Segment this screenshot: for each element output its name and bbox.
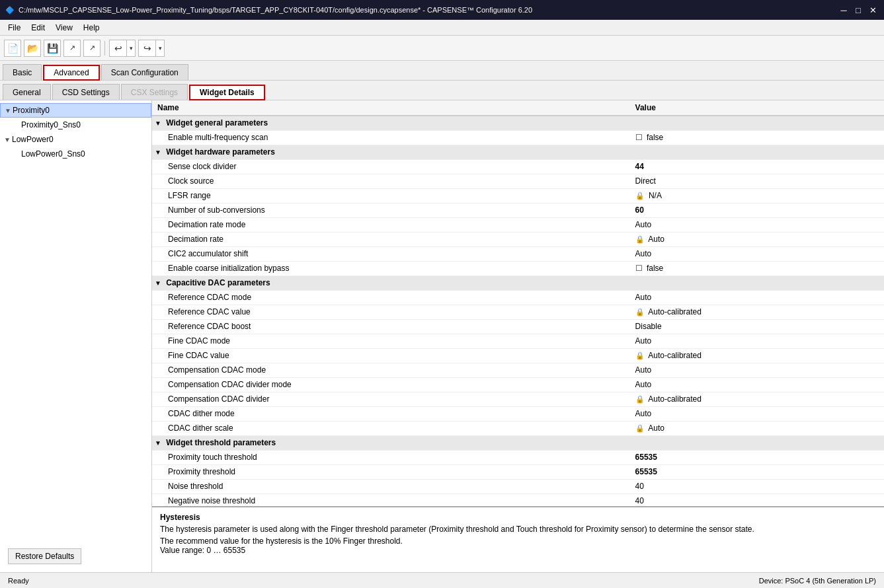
export2-button[interactable]: ↗: [83, 40, 100, 57]
value-enable-multi-frequency[interactable]: ☐ false: [630, 130, 884, 145]
tree-label-lowpower0-sns0: LowPower0_Sns0: [21, 149, 149, 159]
title-bar-left: 🔷 C:/mtw/MSCLP_CAPSENSE_Low-Power_Proxim…: [5, 6, 532, 15]
row-lfsr-range: LFSR range 🔒 N/A: [152, 188, 884, 203]
row-ref-cdac-mode: Reference CDAC mode Auto: [152, 290, 884, 305]
value-comp-cdac-mode[interactable]: Auto: [630, 363, 884, 377]
section-arrow-general[interactable]: ▼: [155, 120, 161, 127]
section-arrow-threshold[interactable]: ▼: [155, 439, 161, 447]
name-cdac-dither-scale: CDAC dither scale: [152, 421, 630, 435]
section-widget-hardware-title: ▼ Widget hardware parameters: [152, 145, 884, 159]
name-ref-cdac-boost: Reference CDAC boost: [152, 319, 630, 334]
checkbox-icon-mf[interactable]: ☐: [635, 133, 643, 142]
lock-icon-decimation: 🔒: [635, 235, 645, 243]
section-widget-general: ▼ Widget general parameters: [152, 116, 884, 130]
tab-advanced[interactable]: Advanced: [43, 65, 99, 81]
close-button[interactable]: ✕: [867, 4, 879, 16]
menu-view[interactable]: View: [50, 22, 78, 34]
section-cdac-title: ▼ Capacitive DAC parameters: [152, 276, 884, 290]
value-sense-clock-divider[interactable]: 44: [630, 159, 884, 174]
row-noise-threshold: Noise threshold 40: [152, 479, 884, 494]
maximize-button[interactable]: □: [852, 4, 864, 16]
save-button[interactable]: 💾: [44, 40, 61, 57]
row-enable-coarse-init: Enable coarse initialization bypass ☐ fa…: [152, 261, 884, 276]
restore-defaults-button[interactable]: Restore Defaults: [8, 548, 81, 564]
name-ref-cdac-value: Reference CDAC value: [152, 305, 630, 319]
menu-help[interactable]: Help: [78, 22, 105, 34]
row-comp-cdac-div-mode: Compensation CDAC divider mode Auto: [152, 377, 884, 392]
open-button[interactable]: 📂: [24, 40, 41, 57]
value-prox-threshold[interactable]: 65535: [630, 464, 884, 479]
minimize-button[interactable]: ─: [838, 4, 850, 16]
title-bar-controls: ─ □ ✕: [838, 4, 879, 16]
section-arrow-cdac[interactable]: ▼: [155, 279, 161, 287]
value-prox-touch-threshold[interactable]: 65535: [630, 450, 884, 464]
value-noise-threshold[interactable]: 40: [630, 479, 884, 494]
checkbox-icon-coarse[interactable]: ☐: [635, 264, 643, 273]
value-cdac-dither-mode[interactable]: Auto: [630, 406, 884, 421]
tab-basic[interactable]: Basic: [3, 64, 42, 80]
properties-table: Name Value ▼ Widget general parameters E…: [152, 100, 884, 506]
menu-edit[interactable]: Edit: [26, 22, 50, 34]
section-arrow-hardware[interactable]: ▼: [155, 149, 161, 156]
menu-bar: File Edit View Help: [0, 20, 884, 36]
tab-scan-configuration[interactable]: Scan Configuration: [101, 64, 188, 80]
value-comp-cdac-div-mode[interactable]: Auto: [630, 377, 884, 392]
tree-arrow-proximity0[interactable]: ▼: [3, 107, 13, 114]
lock-icon-ref-cdac: 🔒: [635, 308, 645, 316]
row-comp-cdac-mode: Compensation CDAC mode Auto: [152, 363, 884, 377]
value-clock-source[interactable]: Direct: [630, 174, 884, 188]
new-button[interactable]: 📄: [4, 40, 21, 57]
value-lfsr-range: 🔒 N/A: [630, 188, 884, 203]
tree-item-proximity0[interactable]: ▼ Proximity0: [0, 103, 151, 118]
name-comp-cdac-divider: Compensation CDAC divider: [152, 392, 630, 406]
redo-arrow[interactable]: ▾: [155, 40, 165, 57]
tab-csd-settings[interactable]: CSD Settings: [52, 84, 120, 100]
tree-arrow-lowpower0[interactable]: ▼: [3, 136, 12, 143]
value-enable-coarse-init[interactable]: ☐ false: [630, 261, 884, 276]
value-ref-cdac-mode[interactable]: Auto: [630, 290, 884, 305]
tab-csx-settings[interactable]: CSX Settings: [121, 84, 188, 100]
value-decimation-rate-mode[interactable]: Auto: [630, 217, 884, 232]
toolbar-separator: [104, 41, 105, 55]
tree-item-lowpower0-sns0[interactable]: LowPower0_Sns0: [0, 147, 151, 161]
toolbar: 📄 📂 💾 ↗ ↗ ↩ ▾ ↪ ▾: [0, 36, 884, 61]
sub-tabs: General CSD Settings CSX Settings Widget…: [0, 81, 884, 100]
export1-button[interactable]: ↗: [63, 40, 81, 57]
row-clock-source: Clock source Direct: [152, 174, 884, 188]
value-neg-noise-threshold[interactable]: 40: [630, 494, 884, 506]
value-num-sub-conversions[interactable]: 60: [630, 203, 884, 217]
main-tabs: Basic Advanced Scan Configuration: [0, 61, 884, 81]
restore-defaults-container: Restore Defaults: [0, 540, 151, 572]
section-widget-general-title: ▼ Widget general parameters: [152, 116, 884, 130]
undo-button[interactable]: ↩: [109, 40, 126, 57]
name-comp-cdac-div-mode: Compensation CDAC divider mode: [152, 377, 630, 392]
description-area: Hysteresis The hysteresis parameter is u…: [152, 506, 884, 572]
tree-item-lowpower0[interactable]: ▼ LowPower0: [0, 132, 151, 147]
tree-item-proximity0-sns0[interactable]: Proximity0_Sns0: [0, 118, 151, 132]
menu-file[interactable]: File: [3, 22, 26, 34]
undo-arrow[interactable]: ▾: [126, 40, 136, 57]
value-comp-cdac-divider: 🔒 Auto-calibrated: [630, 392, 884, 406]
redo-button[interactable]: ↪: [138, 40, 155, 57]
name-prox-threshold: Proximity threshold: [152, 464, 630, 479]
description-title: Hysteresis: [160, 513, 876, 522]
lock-icon-cdac-dither: 🔒: [635, 424, 645, 432]
col-name-header: Name: [152, 100, 630, 116]
name-clock-source: Clock source: [152, 174, 630, 188]
left-panel: ▼ Proximity0 Proximity0_Sns0 ▼ LowPower0…: [0, 100, 152, 572]
tab-general[interactable]: General: [3, 84, 51, 100]
name-fine-cdac-mode: Fine CDAC mode: [152, 334, 630, 348]
title-bar: 🔷 C:/mtw/MSCLP_CAPSENSE_Low-Power_Proxim…: [0, 0, 884, 20]
row-cdac-dither-scale: CDAC dither scale 🔒 Auto: [152, 421, 884, 435]
window-title: C:/mtw/MSCLP_CAPSENSE_Low-Power_Proximit…: [19, 6, 532, 14]
value-cic2-accumulator[interactable]: Auto: [630, 246, 884, 261]
value-ref-cdac-boost[interactable]: Disable: [630, 319, 884, 334]
section-threshold: ▼ Widget threshold parameters: [152, 435, 884, 450]
tab-widget-details[interactable]: Widget Details: [189, 85, 265, 100]
row-sense-clock-divider: Sense clock divider 44: [152, 159, 884, 174]
row-decimation-rate: Decimation rate 🔒 Auto: [152, 232, 884, 246]
row-ref-cdac-boost: Reference CDAC boost Disable: [152, 319, 884, 334]
content-area: ▼ Proximity0 Proximity0_Sns0 ▼ LowPower0…: [0, 100, 884, 572]
value-fine-cdac-mode[interactable]: Auto: [630, 334, 884, 348]
name-enable-coarse-init: Enable coarse initialization bypass: [152, 261, 630, 276]
